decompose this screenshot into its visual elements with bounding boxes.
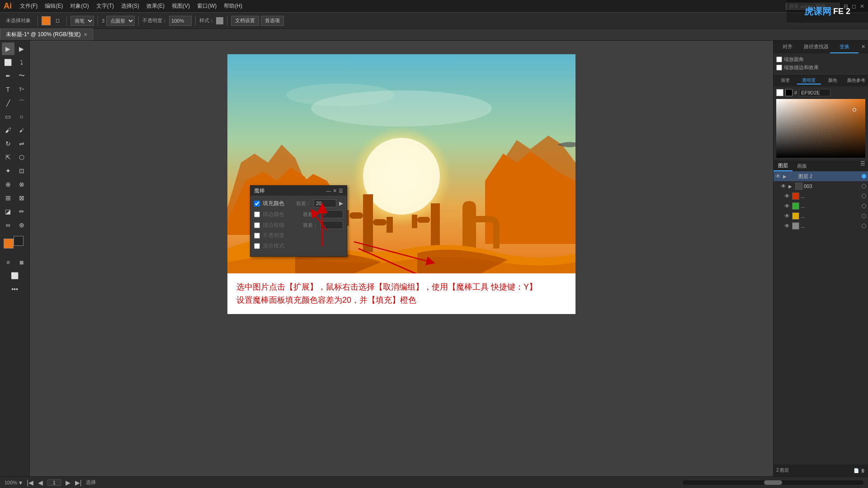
panel-close-right[interactable]: ✕ <box>859 41 868 53</box>
layer-row-red[interactable]: 👁 ... <box>774 191 868 201</box>
prev-page-btn[interactable]: ◀ <box>38 479 43 486</box>
layer-visibility-003[interactable]: 👁 <box>781 183 787 189</box>
menu-text[interactable]: 文字(T) <box>93 1 118 11</box>
curvature-tool[interactable]: 〜 <box>15 70 28 82</box>
panel-collapse-btn[interactable]: — <box>326 188 331 194</box>
layer-visibility-2[interactable]: 👁 <box>775 173 782 179</box>
opacity-input[interactable] <box>169 16 192 26</box>
panel-menu-btn[interactable]: ☰ <box>339 188 343 194</box>
panel-close-btn[interactable]: ✕ <box>333 188 337 194</box>
text-tool[interactable]: T <box>2 83 14 96</box>
fill-tolerance-input[interactable] <box>314 199 336 207</box>
pen-tool[interactable]: ✒ <box>2 70 14 82</box>
gradient-tool[interactable]: ◪ <box>2 205 14 218</box>
direct-select-tool[interactable]: ▶ <box>15 42 28 55</box>
opacity-checkbox[interactable] <box>254 233 260 239</box>
scale-stroke-checkbox[interactable] <box>776 65 782 70</box>
layer-name-red[interactable]: ... <box>801 193 860 199</box>
layer-visibility-yellow[interactable]: 👁 <box>784 213 791 219</box>
menu-file[interactable]: 文件(F) <box>16 1 41 11</box>
selection-tool[interactable]: ▶ <box>2 42 14 55</box>
background-color-swatch[interactable] <box>14 236 24 246</box>
layers-menu-btn[interactable]: ☰ <box>858 160 868 171</box>
shape-builder[interactable]: ⊕ <box>2 178 14 191</box>
layer-visibility-gray[interactable]: 👁 <box>784 223 791 229</box>
more-tools[interactable]: ••• <box>9 283 21 296</box>
shear-tool[interactable]: ⬡ <box>15 151 28 164</box>
style-swatch[interactable] <box>216 17 223 24</box>
pathfinder-tab[interactable]: 路径查找器 <box>802 41 830 53</box>
layer-row-yellow[interactable]: 👁 ... <box>774 211 868 221</box>
ellipse-tool[interactable]: ○ <box>15 110 28 123</box>
free-transform[interactable]: ⊡ <box>15 164 28 177</box>
blend-tool[interactable]: ∞ <box>2 219 14 231</box>
align-tab[interactable]: 对齐 <box>774 41 802 53</box>
symbol-tool[interactable]: ⊛ <box>15 219 28 231</box>
stroke-weight-checkbox[interactable] <box>254 222 260 228</box>
layer-row-gray[interactable]: 👁 ... <box>774 221 868 231</box>
color-guide-tab[interactable]: 颜色参考 <box>844 77 868 84</box>
layer-expand-2[interactable]: ▶ <box>783 174 788 179</box>
layer-name-003[interactable]: 003 <box>804 183 860 189</box>
fill-tolerance-expand[interactable]: ▶ <box>339 200 343 206</box>
menu-help[interactable]: 帮助(H) <box>220 1 246 11</box>
foreground-color-swatch[interactable] <box>4 239 14 249</box>
stroke-tolerance-input[interactable] <box>321 210 343 218</box>
change-screen-mode[interactable]: ⬜ <box>9 269 21 282</box>
layer-visibility-green[interactable]: 👁 <box>784 203 791 209</box>
menu-view[interactable]: 视图(V) <box>168 1 193 11</box>
tab-close-btn[interactable]: ✕ <box>84 32 87 37</box>
menu-object[interactable]: 对象(O) <box>66 1 92 11</box>
rotate-tool[interactable]: ↻ <box>2 137 14 150</box>
shape-select[interactable]: 点圆形 <box>106 16 135 26</box>
horizontal-scrollbar[interactable] <box>683 480 863 485</box>
fill-color-checkbox[interactable] <box>254 201 260 206</box>
color-tab[interactable]: 颜色 <box>821 77 844 84</box>
layer-name-yellow[interactable]: ... <box>801 213 860 219</box>
touch-type-tool[interactable]: Tʷ <box>15 83 28 96</box>
document-tab[interactable]: 未标题-1* @ 100% (RGB/预览) ✕ <box>0 28 93 40</box>
layer-name-gray[interactable]: ... <box>801 223 860 229</box>
scale-tool[interactable]: ⇱ <box>2 151 14 164</box>
stroke-indicator[interactable]: ◻ <box>52 16 63 25</box>
layer-row-green[interactable]: 👁 ... <box>774 201 868 211</box>
transform-tab[interactable]: 变换 <box>830 41 859 53</box>
layer-visibility-red[interactable]: 👁 <box>784 193 791 199</box>
color-fill[interactable]: ▦ <box>15 256 28 268</box>
next-page-btn[interactable]: ▶ <box>66 479 71 486</box>
live-paint[interactable]: ⊗ <box>15 178 28 191</box>
brush-select[interactable]: 画笔 <box>71 16 94 26</box>
page-input[interactable] <box>47 479 61 486</box>
line-tool[interactable]: ╱ <box>2 97 14 109</box>
white-swatch[interactable] <box>776 89 783 96</box>
perspective-grid[interactable]: ⊞ <box>2 192 14 204</box>
transparency-tab[interactable]: 透明度 <box>797 77 821 84</box>
arc-tool[interactable]: ⌒ <box>15 97 28 109</box>
layers-new-btn[interactable]: 📄 <box>854 468 859 473</box>
artboard-tool[interactable]: ⬜ <box>2 56 14 69</box>
scale-corners-checkbox[interactable] <box>776 56 782 62</box>
last-page-btn[interactable]: ▶| <box>75 479 82 486</box>
mesh-tool[interactable]: ⊠ <box>15 192 28 204</box>
stroke-weight-input[interactable] <box>321 221 343 229</box>
layers-tab[interactable]: 图层 <box>774 160 793 171</box>
layer-name-2[interactable]: 图层 2 <box>798 173 860 180</box>
menu-select[interactable]: 选择(S) <box>118 1 143 11</box>
black-swatch[interactable] <box>785 89 793 96</box>
blob-brush-tool[interactable]: 🖌 <box>15 124 28 136</box>
layer-expand-003[interactable]: ▶ <box>788 184 794 189</box>
gradient-tab[interactable]: 渐变 <box>774 77 797 84</box>
none-color[interactable]: ⊘ <box>2 256 14 268</box>
color-gradient-picker[interactable] <box>776 99 865 158</box>
layers-delete-btn[interactable]: 🗑 <box>861 468 865 473</box>
fill-color-swatch[interactable] <box>42 16 51 25</box>
reflect-tool[interactable]: ⇌ <box>15 137 28 150</box>
rect-tool[interactable]: ▭ <box>2 110 14 123</box>
eyedropper-tool[interactable]: ✏ <box>15 205 28 218</box>
blend-mode-checkbox[interactable] <box>254 243 260 249</box>
layer-row-003[interactable]: 👁 ▶ 003 <box>774 181 868 191</box>
layer-name-green[interactable]: ... <box>801 203 860 209</box>
first-page-btn[interactable]: |◀ <box>27 479 33 486</box>
menu-window[interactable]: 窗口(W) <box>193 1 220 11</box>
zoom-down-btn[interactable]: ▾ <box>19 479 22 486</box>
